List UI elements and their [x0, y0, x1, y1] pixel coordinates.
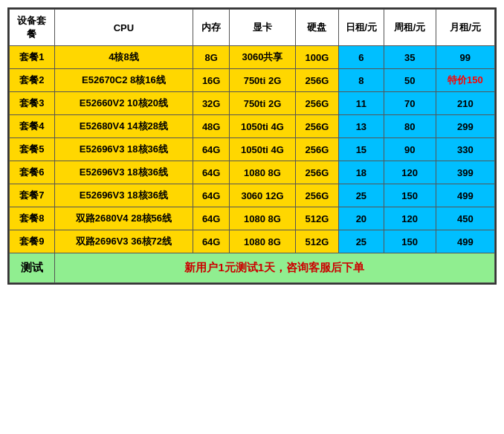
cell-package: 套餐2: [10, 69, 55, 92]
cell-disk: 100G: [295, 46, 338, 69]
cell-day: 11: [339, 92, 384, 115]
cell-gpu: 1050ti 4G: [230, 138, 296, 161]
test-text: 新用户1元测试1天，咨询客服后下单: [54, 253, 494, 283]
test-row: 测试新用户1元测试1天，咨询客服后下单: [10, 253, 495, 283]
cell-week: 150: [384, 184, 436, 207]
cell-ram: 64G: [193, 230, 230, 253]
cell-month: 99: [436, 46, 494, 69]
cell-cpu: E52680V4 14核28线: [54, 115, 193, 138]
header-cpu: CPU: [54, 10, 193, 46]
cell-week: 80: [384, 115, 436, 138]
cell-cpu: 双路2680V4 28核56线: [54, 207, 193, 230]
cell-week: 150: [384, 230, 436, 253]
cell-day: 18: [339, 161, 384, 184]
cell-package: 套餐8: [10, 207, 55, 230]
cell-disk: 256G: [295, 184, 338, 207]
pricing-table: 设备套餐 CPU 内存 显卡 硬盘 日租/元 周租/元 月租/元 套餐14核8线…: [7, 7, 497, 285]
cell-ram: 8G: [193, 46, 230, 69]
cell-month: 399: [436, 161, 494, 184]
cell-day: 6: [339, 46, 384, 69]
cell-disk: 256G: [295, 138, 338, 161]
table-row: 套餐5E52696V3 18核36线64G1050ti 4G256G159033…: [10, 138, 495, 161]
table-row: 套餐7E52696V3 18核36线64G3060 12G256G2515049…: [10, 184, 495, 207]
cell-package: 套餐9: [10, 230, 55, 253]
cell-cpu: E52696V3 18核36线: [54, 138, 193, 161]
header-package: 设备套餐: [10, 10, 55, 46]
cell-month: 210: [436, 92, 494, 115]
cell-gpu: 1080 8G: [230, 161, 296, 184]
cell-gpu: 750ti 2G: [230, 92, 296, 115]
cell-ram: 32G: [193, 92, 230, 115]
header-disk: 硬盘: [295, 10, 338, 46]
header-week: 周租/元: [384, 10, 436, 46]
cell-day: 15: [339, 138, 384, 161]
cell-ram: 64G: [193, 207, 230, 230]
cell-gpu: 3060共享: [230, 46, 296, 69]
table-row: 套餐4E52680V4 14核28线48G1050ti 4G256G138029…: [10, 115, 495, 138]
cell-package: 套餐6: [10, 161, 55, 184]
cell-package: 套餐1: [10, 46, 55, 69]
cell-ram: 64G: [193, 138, 230, 161]
cell-week: 120: [384, 207, 436, 230]
cell-gpu: 750ti 2G: [230, 69, 296, 92]
cell-day: 8: [339, 69, 384, 92]
header-gpu: 显卡: [230, 10, 296, 46]
cell-week: 120: [384, 161, 436, 184]
cell-gpu: 1050ti 4G: [230, 115, 296, 138]
table-row: 套餐6E52696V3 18核36线64G1080 8G256G18120399: [10, 161, 495, 184]
cell-package: 套餐5: [10, 138, 55, 161]
header-day: 日租/元: [339, 10, 384, 46]
cell-disk: 512G: [295, 207, 338, 230]
cell-gpu: 3060 12G: [230, 184, 296, 207]
cell-ram: 16G: [193, 69, 230, 92]
cell-month: 330: [436, 138, 494, 161]
cell-cpu: E52696V3 18核36线: [54, 161, 193, 184]
table-row: 套餐8双路2680V4 28核56线64G1080 8G512G20120450: [10, 207, 495, 230]
cell-day: 25: [339, 184, 384, 207]
table-row: 套餐14核8线8G3060共享100G63599: [10, 46, 495, 69]
cell-package: 套餐4: [10, 115, 55, 138]
cell-month: 499: [436, 184, 494, 207]
test-label: 测试: [10, 253, 55, 283]
cell-ram: 64G: [193, 184, 230, 207]
cell-month: 特价150: [436, 69, 494, 92]
table-row: 套餐3E52660V2 10核20线32G750ti 2G256G1170210: [10, 92, 495, 115]
table-header: 设备套餐 CPU 内存 显卡 硬盘 日租/元 周租/元 月租/元: [10, 10, 495, 46]
cell-day: 25: [339, 230, 384, 253]
header-ram: 内存: [193, 10, 230, 46]
cell-cpu: E52660V2 10核20线: [54, 92, 193, 115]
cell-week: 35: [384, 46, 436, 69]
cell-cpu: E52696V3 18核36线: [54, 184, 193, 207]
cell-disk: 256G: [295, 161, 338, 184]
cell-gpu: 1080 8G: [230, 230, 296, 253]
cell-gpu: 1080 8G: [230, 207, 296, 230]
cell-package: 套餐3: [10, 92, 55, 115]
header-month: 月租/元: [436, 10, 494, 46]
cell-disk: 256G: [295, 69, 338, 92]
cell-week: 90: [384, 138, 436, 161]
cell-disk: 256G: [295, 92, 338, 115]
cell-day: 13: [339, 115, 384, 138]
cell-cpu: E52670C2 8核16线: [54, 69, 193, 92]
cell-disk: 256G: [295, 115, 338, 138]
cell-month: 499: [436, 230, 494, 253]
cell-day: 20: [339, 207, 384, 230]
cell-disk: 512G: [295, 230, 338, 253]
table-row: 套餐2E52670C2 8核16线16G750ti 2G256G850特价150: [10, 69, 495, 92]
cell-week: 50: [384, 69, 436, 92]
cell-cpu: 双路2696V3 36核72线: [54, 230, 193, 253]
cell-month: 299: [436, 115, 494, 138]
cell-ram: 48G: [193, 115, 230, 138]
cell-ram: 64G: [193, 161, 230, 184]
cell-month: 450: [436, 207, 494, 230]
cell-week: 70: [384, 92, 436, 115]
cell-package: 套餐7: [10, 184, 55, 207]
cell-cpu: 4核8线: [54, 46, 193, 69]
table-row: 套餐9双路2696V3 36核72线64G1080 8G512G25150499: [10, 230, 495, 253]
